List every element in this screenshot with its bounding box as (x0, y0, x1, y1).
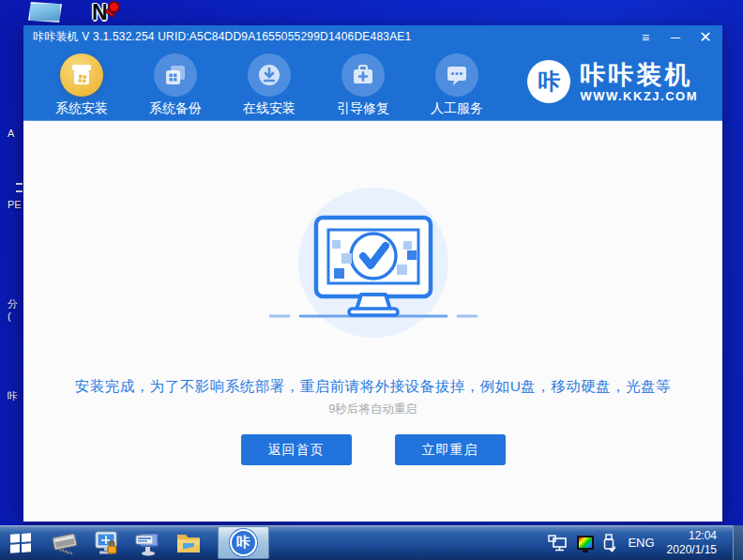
brand-name: 咔咔装机 (580, 61, 698, 89)
home-button[interactable]: 返回首页 (241, 434, 352, 465)
windows-logo-icon (10, 533, 30, 552)
brand-logo: 咔 咔咔装机 WWW.KKZJ.COM (527, 60, 698, 103)
desktop-icon-fragment (16, 190, 23, 192)
desktop-icon-fragment (16, 183, 23, 185)
nav-label: 引导修复 (330, 100, 396, 117)
system-tray: ENG 12:04 2020/1/15 (548, 525, 743, 560)
kaka-app-icon: 咔 (230, 529, 257, 556)
nav-label: 在线安装 (236, 100, 302, 117)
nav-label: 系统备份 (143, 100, 208, 117)
window-title: 咔咔装机 V 3.1.532.254 URID:A5C84DD9A1655055… (33, 29, 411, 45)
nav-label: 系统安装 (49, 100, 114, 117)
taskbar-folder-icon[interactable] (173, 525, 205, 560)
chat-service-icon (435, 53, 478, 97)
nav-item-boot-repair[interactable]: 引导修复 (330, 49, 396, 117)
backup-copy-icon (154, 53, 197, 97)
nav-item-system-backup[interactable]: 系统备份 (143, 49, 208, 117)
taskbar: 咔 ENG 12:04 2020/1/15 (0, 525, 743, 560)
restart-now-button[interactable]: 立即重启 (395, 434, 506, 465)
display-color-icon[interactable] (577, 536, 594, 550)
nav-item-system-install[interactable]: 系统安装 (49, 49, 114, 117)
start-button[interactable] (0, 525, 39, 560)
close-icon[interactable]: ✕ (698, 31, 713, 44)
restart-countdown: 9秒后将自动重启 (23, 401, 722, 417)
clock-time: 12:04 (667, 529, 717, 543)
taskbar-monitor-lock-icon[interactable] (90, 525, 122, 560)
desktop-nkey-tool-icon[interactable]: N (92, 1, 129, 25)
language-indicator[interactable]: ENG (628, 536, 654, 550)
install-box-icon (60, 53, 103, 97)
nav-bar: 系统安装 系统备份 (23, 49, 722, 121)
desktop-computer-icon[interactable] (28, 2, 62, 23)
nav-label: 人工服务 (424, 100, 490, 117)
nav-item-online-install[interactable]: 在线安装 (236, 49, 302, 117)
repair-toolbox-icon (341, 53, 385, 97)
usb-icon[interactable] (602, 534, 615, 552)
nav-item-human-service[interactable]: 人工服务 (424, 49, 490, 117)
completion-message: 安装完成，为了不影响系统部署，重启前请将外接设备拔掉，例如U盘，移动硬盘，光盘等 (23, 377, 722, 397)
show-desktop-button[interactable] (733, 525, 743, 560)
clock[interactable]: 12:04 2020/1/15 (667, 529, 717, 557)
clock-date: 2020/1/15 (667, 543, 717, 557)
menu-icon[interactable]: ≡ (638, 31, 653, 44)
taskbar-kaka-app-button[interactable]: 咔 (218, 526, 269, 559)
brand-badge-icon: 咔 (527, 60, 570, 103)
kaka-installer-window: 咔咔装机 V 3.1.532.254 URID:A5C84DD9A1655055… (23, 25, 722, 522)
main-content: 安装完成，为了不影响系统部署，重启前请将外接设备拔掉，例如U盘，移动硬盘，光盘等… (23, 121, 722, 522)
taskbar-monitor-keyboard-icon[interactable] (131, 525, 163, 560)
minimize-icon[interactable]: ─ (668, 31, 683, 44)
brand-url: WWW.KKZJ.COM (580, 89, 698, 103)
titlebar[interactable]: 咔咔装机 V 3.1.532.254 URID:A5C84DD9A1655055… (23, 25, 722, 49)
download-icon (248, 53, 291, 97)
taskbar-memory-chip-icon[interactable] (49, 525, 81, 560)
network-icon[interactable] (548, 535, 569, 552)
monitor-check-illustration (261, 186, 486, 347)
